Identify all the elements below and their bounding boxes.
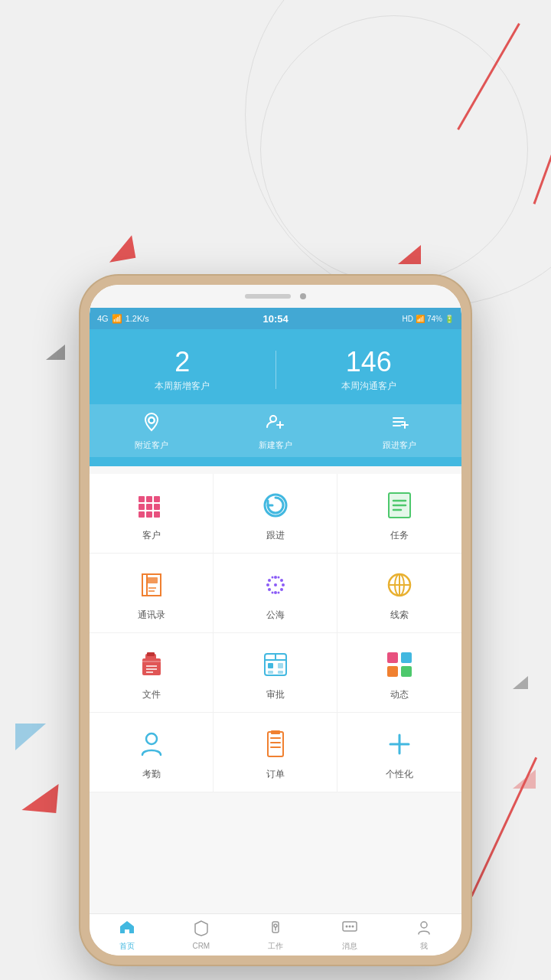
files-icon-wrap [134,647,169,682]
followup-menu-icon-wrap [258,488,293,523]
leads-icon-wrap [382,567,417,603]
approval-icon-wrap [258,647,293,682]
nav-me[interactable]: 我 [387,914,461,956]
attendance-icon-wrap [134,727,169,762]
tasks-icon-wrap [382,488,417,523]
menu-item-customers[interactable]: 客户 [90,474,214,554]
home-label: 首页 [119,941,135,952]
battery-percent: 74% [427,315,442,323]
svg-point-36 [282,583,285,586]
svg-rect-17 [146,511,152,518]
svg-point-37 [271,576,273,578]
menu-item-files[interactable]: 文件 [90,633,214,713]
nav-crm[interactable]: CRM [164,914,238,956]
messages-icon [341,919,358,939]
followup-label: 跟进客户 [337,439,461,451]
quick-action-followup[interactable]: 跟进客户 [337,412,461,451]
svg-point-39 [271,591,273,593]
stat-new-customers: 2 本周新增客户 [90,347,276,393]
menu-item-attendance[interactable]: 考勤 [90,713,214,792]
bottom-nav: 首页 CRM 工作 [90,913,461,956]
new-customers-number: 2 [90,347,276,377]
phone-frame: 4G 📶 1.2K/s 10:54 HD 📶 74% 🔋 2 本周新增客户 [80,276,471,965]
svg-rect-16 [139,511,145,518]
svg-point-1 [150,418,154,422]
menu-item-contacts[interactable]: 通讯录 [90,554,214,633]
work-label: 工作 [268,941,283,952]
dynamics-label: 动态 [390,688,409,701]
menu-item-dynamics[interactable]: 动态 [337,633,461,713]
followup-icon [337,412,461,436]
customers-label: 客户 [142,529,161,542]
nav-work[interactable]: 工作 [238,914,312,956]
speaker [245,294,291,299]
svg-rect-18 [154,511,160,518]
svg-rect-60 [387,666,398,677]
svg-point-2 [270,416,276,422]
svg-point-34 [274,591,277,594]
new-customer-icon [214,412,337,436]
svg-rect-15 [154,504,160,510]
stats-row: 2 本周新增客户 146 本周沟通客户 [90,343,461,404]
stat-contacted-customers: 146 本周沟通客户 [276,347,462,393]
svg-rect-47 [147,652,155,656]
leads-label: 线索 [390,609,409,622]
nav-messages[interactable]: 消息 [313,914,387,956]
svg-rect-57 [278,671,283,674]
me-label: 我 [420,941,428,952]
svg-rect-12 [154,496,160,502]
svg-point-35 [266,583,269,586]
svg-point-31 [268,588,271,591]
status-bar: 4G 📶 1.2K/s 10:54 HD 📶 74% 🔋 [90,308,461,329]
nearby-label: 附近客户 [90,439,214,451]
svg-point-29 [268,579,271,582]
network-speed: 1.2K/s [126,314,149,323]
orders-icon-wrap [258,727,293,762]
nav-home[interactable]: 首页 [90,914,164,956]
menu-item-public-sea[interactable]: 公海 [214,554,337,633]
svg-rect-56 [268,671,273,674]
svg-point-28 [274,583,277,586]
messages-label: 消息 [342,941,357,952]
personalize-label: 个性化 [386,768,413,781]
menu-item-orders[interactable]: 订单 [214,713,337,792]
svg-point-74 [346,925,348,927]
svg-rect-25 [147,577,158,583]
svg-point-32 [280,588,283,591]
svg-point-33 [274,576,277,579]
menu-item-personalize[interactable]: 个性化 [337,713,461,792]
files-label: 文件 [142,688,161,701]
svg-rect-61 [401,666,412,677]
svg-rect-63 [268,732,283,756]
wifi-hd: HD [403,315,413,323]
work-icon [267,919,284,939]
svg-point-75 [349,925,351,927]
quick-action-nearby[interactable]: 附近客户 [90,412,214,451]
attendance-label: 考勤 [142,768,161,781]
main-content: 客户 跟进 [90,466,461,913]
camera [300,293,306,299]
network-type: 4G [97,314,109,323]
menu-item-tasks[interactable]: 任务 [337,474,461,554]
svg-rect-11 [146,496,152,502]
public-sea-label: 公海 [266,609,285,622]
signal-bars: 📶 [112,314,122,324]
svg-rect-58 [387,652,398,663]
crm-label: CRM [192,942,210,950]
crm-icon [193,920,210,940]
svg-point-76 [352,925,354,927]
menu-item-followup[interactable]: 跟进 [214,474,337,554]
svg-point-77 [421,922,427,928]
svg-point-38 [277,576,279,578]
menu-item-leads[interactable]: 线索 [337,554,461,633]
quick-action-new[interactable]: 新建客户 [214,412,337,451]
menu-item-approval[interactable]: 审批 [214,633,337,713]
status-time: 10:54 [263,313,289,325]
menu-grid: 客户 跟进 [90,474,461,792]
svg-point-40 [277,591,279,593]
tasks-label: 任务 [390,529,409,542]
status-left: 4G 📶 1.2K/s [97,314,149,324]
dynamics-icon-wrap [382,647,417,682]
svg-rect-67 [271,730,280,734]
new-customers-label: 本周新增客户 [90,380,276,393]
